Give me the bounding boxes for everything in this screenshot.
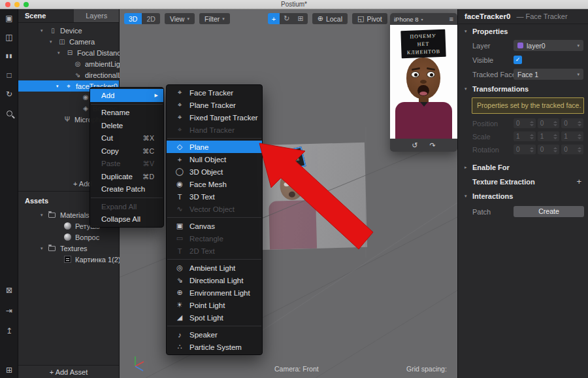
disclosure-triangle-icon[interactable]: ▾	[56, 84, 64, 89]
rail-icon[interactable]: □	[3, 70, 15, 80]
scene-tree-row[interactable]: ▾ ⊟ Focal Distance	[18, 47, 119, 58]
disclosure-triangle-icon[interactable]: ▾	[41, 213, 48, 218]
console-toggle-icon[interactable]: ⊞	[0, 366, 18, 375]
submenu-item[interactable]: ⌖ Plane Tracker	[167, 99, 262, 111]
submenu-item[interactable]: T 3D Text	[167, 190, 262, 203]
submenu-item[interactable]: ◇ Plane	[167, 141, 262, 153]
submenu-item[interactable]: ☀ Point Light	[167, 299, 262, 311]
context-menu-item[interactable]: Add ▶	[90, 89, 163, 102]
submenu-item[interactable]: ∿ Vector Object	[167, 203, 262, 215]
context-menu-item[interactable]: Duplicate ⌘D	[90, 170, 163, 183]
asset-tree-row[interactable]: ▾ Textures	[18, 243, 119, 254]
shirt-shape	[269, 200, 317, 250]
inspector-panel: faceTracker0 — Face Tracker ▾ Properties…	[457, 9, 588, 378]
scene-tree-row[interactable]: ▾ ◫ Camera	[18, 36, 119, 47]
tracked-face-dropdown[interactable]: Face 1 ▾	[514, 69, 583, 80]
disclosure-triangle-icon[interactable]: ▾	[50, 39, 57, 44]
simulator-footer: ↺ ↷	[390, 139, 457, 152]
disclosure-triangle-icon[interactable]: ▾	[41, 246, 48, 251]
submenu-item[interactable]: ▭ Rectangle	[167, 232, 262, 245]
create-patch-button[interactable]: Create	[514, 206, 584, 217]
submenu-item[interactable]: T 2D Text	[167, 245, 262, 257]
submenu-item[interactable]: ◯ 3D Object	[167, 165, 262, 178]
rail-icon[interactable]: ○	[3, 108, 15, 118]
submenu-item-label: Spot Light	[189, 314, 223, 322]
submenu-item[interactable]: ∴ Particle System	[167, 341, 262, 353]
flip-camera-icon[interactable]: ↺	[412, 141, 417, 150]
menu-item-label: Cut	[101, 134, 113, 142]
section-interactions[interactable]: ▾ Interactions	[458, 189, 588, 203]
asset-item-icon	[48, 213, 56, 218]
tree-item-icon: Ψ	[63, 116, 72, 124]
context-menu-item[interactable]: Create Patch	[90, 183, 163, 196]
context-menu-item[interactable]: Copy ⌘C	[90, 145, 163, 158]
eye-shape	[411, 71, 419, 78]
submenu-item[interactable]: ⇘ Directional Light	[167, 274, 262, 286]
tracked-face-value: Face 1	[517, 71, 538, 78]
scene-tree-row[interactable]: ◎ ambientLight0	[18, 58, 119, 69]
context-menu-item[interactable]: Paste ⌘V	[90, 158, 163, 171]
submenu-item[interactable]: ◢ Spot Light	[167, 311, 262, 324]
scale-tool-icon[interactable]: ⊞	[293, 13, 307, 24]
section-transformations[interactable]: ▾ Transformations	[458, 82, 588, 96]
filter-dropdown[interactable]: Filter ▾	[199, 13, 230, 24]
rail-icon[interactable]: ↻	[3, 89, 15, 99]
context-menu-item[interactable]: Collapse All	[90, 213, 163, 226]
stepper-icon	[530, 121, 534, 126]
asset-tree-row[interactable]: Вопрос	[18, 232, 119, 243]
context-menu-item[interactable]: Delete	[90, 119, 163, 132]
rotate-tool-icon[interactable]: ↻	[280, 13, 293, 24]
mode-3d-button[interactable]: 3D	[124, 13, 142, 24]
rail-icon[interactable]: ⊠	[3, 285, 15, 296]
section-label: Transformations	[472, 85, 529, 93]
rail-icon[interactable]: ↥	[3, 326, 15, 336]
rail-icon[interactable]: ◫	[3, 32, 15, 43]
context-menu-item[interactable]: Rename	[90, 107, 163, 120]
mode-2d-button[interactable]: 2D	[142, 13, 159, 24]
submenu-item[interactable]: ⌖ Hand Tracker	[167, 124, 262, 136]
visible-checkbox[interactable]: ✓	[514, 56, 522, 64]
context-menu-item[interactable]: Cut ⌘X	[90, 132, 163, 145]
simulator-menu-icon[interactable]: ≡	[449, 15, 453, 23]
submenu-item[interactable]: + Null Object	[167, 153, 262, 165]
tab-scene[interactable]: Scene	[18, 9, 74, 22]
device-selector[interactable]: iPhone 8	[394, 16, 419, 23]
local-space-button[interactable]: ⊕ Local	[312, 13, 348, 24]
plane-object-sign[interactable]: ПОЧЕМУ НЕТ КЛИЕНТОВ	[272, 146, 306, 173]
disclosure-triangle-icon[interactable]: ▾	[57, 50, 65, 56]
section-texture-extraction[interactable]: Texture Extraction +	[458, 175, 588, 189]
rail-icon[interactable]: ⇥	[3, 305, 15, 316]
asset-tree-row[interactable]: Картинка 1(2)	[18, 254, 119, 265]
move-tool-icon[interactable]: +	[268, 13, 280, 24]
asset-item-label: Картинка 1(2)	[75, 256, 120, 264]
submenu-item[interactable]: ◉ Face Mesh	[167, 178, 262, 190]
chevron-down-icon: ▾	[421, 17, 423, 22]
stepper-icon	[530, 134, 534, 139]
pivot-button[interactable]: ◱ Pivot	[352, 13, 387, 24]
view-dropdown[interactable]: View ▾	[165, 13, 195, 24]
submenu-item[interactable]: ⊕ Environment Light	[167, 286, 262, 299]
scene-tree-row[interactable]: ⇘ directionalLight0	[18, 69, 119, 80]
layer-dropdown[interactable]: layer0 ▾	[514, 40, 583, 51]
rotate-device-icon[interactable]: ↷	[430, 141, 436, 150]
tab-layers[interactable]: Layers	[74, 9, 119, 22]
camera-preview-plane[interactable]: ПОЧЕМУ НЕТ КЛИЕНТОВ	[257, 143, 367, 250]
submenu-item[interactable]: ◎ Ambient Light	[167, 262, 262, 274]
rail-icon[interactable]: ▮▮	[3, 51, 15, 61]
submenu-item[interactable]: ⌖ Face Tracker	[167, 86, 262, 99]
tree-item-icon: ◎	[73, 60, 82, 68]
submenu-item-icon: ⌖	[174, 114, 185, 122]
submenu-item[interactable]: ♪ Speaker	[167, 328, 262, 341]
rail-icon[interactable]: ▣	[3, 13, 15, 24]
submenu-item[interactable]: ▣ Canvas	[167, 220, 262, 232]
context-menu-item[interactable]: Expand All	[90, 200, 163, 213]
menu-item-shortcut: ⌘X	[142, 134, 154, 142]
add-texture-extraction-button[interactable]: +	[576, 175, 581, 189]
scene-tree-row[interactable]: ▾ ▯ Device	[18, 25, 119, 36]
section-properties[interactable]: ▾ Properties	[458, 24, 588, 39]
add-asset-button[interactable]: + Add Asset	[18, 365, 119, 378]
menu-item-label: Delete	[101, 122, 123, 129]
section-enable-for[interactable]: ▸ Enable For	[458, 160, 588, 175]
disclosure-triangle-icon[interactable]: ▾	[41, 28, 48, 33]
submenu-item[interactable]: ⌖ Fixed Target Tracker	[167, 111, 262, 124]
